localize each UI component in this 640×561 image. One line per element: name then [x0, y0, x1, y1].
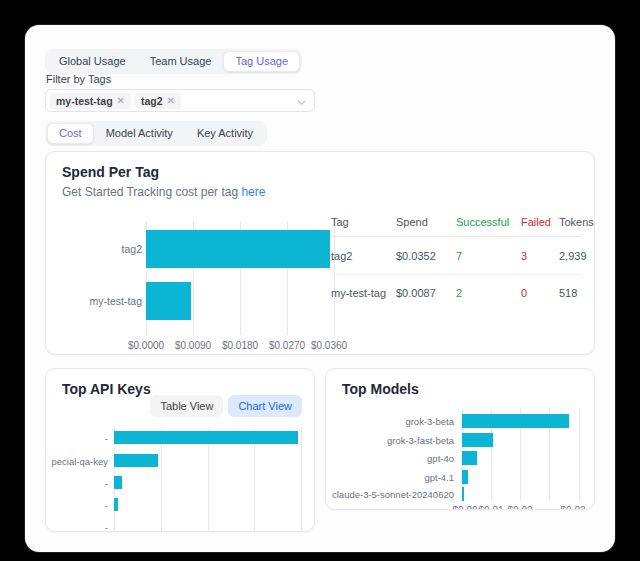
col-header-tokens: Tokens — [559, 216, 594, 228]
top-models-card: Top Models grok-3-beta grok-3-fast-beta … — [325, 368, 595, 510]
col-header-successful: Successful — [456, 216, 521, 228]
table-row: my-test-tag $0.0087 2 0 518 — [331, 274, 581, 311]
cell-tokens: 518 — [559, 287, 581, 299]
bar — [462, 470, 468, 484]
card-title: Top API Keys — [62, 381, 151, 397]
view-toggle: Table View Chart View — [150, 395, 302, 417]
gridline — [301, 427, 302, 532]
selected-tag-pill: my-test-tag ✕ — [50, 93, 131, 109]
selected-tag-label: tag2 — [141, 95, 163, 107]
y-axis-label: my-test-tag — [89, 295, 142, 307]
cell-successful: 7 — [456, 250, 521, 262]
bar-my-test-tag — [146, 282, 191, 320]
col-header-failed: Failed — [521, 216, 559, 228]
spend-per-tag-card: Spend Per Tag Get Started Tracking cost … — [45, 151, 595, 355]
y-axis-label: - — [105, 478, 108, 489]
x-tick-label: $0.02 — [507, 505, 532, 510]
spend-table: Tag Spend Successful Failed Tokens tag2 … — [331, 207, 581, 311]
bar — [462, 487, 464, 501]
y-axis-label: pecial-qa-key — [52, 456, 109, 467]
subtitle-text: Get Started Tracking cost per tag — [62, 185, 238, 199]
y-axis-label: - — [105, 500, 108, 511]
table-row: tag2 $0.0352 7 3 2,939 — [331, 237, 581, 274]
card-title: Top Models — [342, 381, 419, 397]
tab-cost[interactable]: Cost — [47, 123, 94, 144]
selected-tag-pill: tag2 ✕ — [135, 93, 181, 109]
cell-failed: 3 — [521, 250, 559, 262]
chevron-down-icon — [297, 98, 306, 107]
tab-model-activity[interactable]: Model Activity — [94, 123, 185, 144]
tag-filter-select[interactable]: my-test-tag ✕ tag2 ✕ — [45, 89, 315, 112]
tab-global-usage[interactable]: Global Usage — [47, 51, 138, 72]
y-axis-label: gpt-4o — [427, 453, 454, 464]
cell-spend: $0.0352 — [396, 250, 456, 262]
x-tick-label: $0.0000 — [128, 340, 164, 351]
x-tick-label: $0.0180 — [222, 340, 258, 351]
chart-view-button[interactable]: Chart View — [228, 395, 302, 417]
x-tick-label: $0.01 — [478, 505, 503, 510]
bar — [114, 476, 122, 489]
x-tick-label: $0.00 — [452, 505, 477, 510]
filter-by-tags-label: Filter by Tags — [46, 73, 111, 85]
remove-tag-icon[interactable]: ✕ — [117, 95, 125, 107]
bar — [114, 454, 158, 467]
y-axis-label: - — [105, 433, 108, 444]
usage-tabs: Global Usage Team Usage Tag Usage — [45, 49, 302, 74]
y-axis-label: gpt-4.1 — [424, 472, 454, 483]
view-tabs: Cost Model Activity Key Activity — [45, 121, 267, 146]
cell-spend: $0.0087 — [396, 287, 456, 299]
plot-area — [146, 221, 334, 335]
bar — [114, 498, 118, 511]
tab-key-activity[interactable]: Key Activity — [185, 123, 265, 144]
table-view-button[interactable]: Table View — [150, 395, 223, 417]
plot-area — [114, 427, 301, 532]
app-window: Global Usage Team Usage Tag Usage Filter… — [25, 25, 615, 552]
cell-tokens: 2,939 — [559, 250, 587, 262]
tab-tag-usage[interactable]: Tag Usage — [223, 51, 300, 72]
cell-successful: 2 — [456, 287, 521, 299]
bar-tag2 — [146, 230, 330, 268]
bar — [462, 414, 569, 428]
bar — [462, 433, 493, 447]
selected-tag-label: my-test-tag — [56, 95, 113, 107]
card-subtitle: Get Started Tracking cost per tag here — [62, 185, 265, 199]
y-axis-label: claude-3-5-sonnet-20240620 — [332, 489, 454, 500]
y-axis-label: grok-3-beta — [405, 416, 454, 427]
top-api-keys-card: Top API Keys Table View Chart View - pec… — [45, 368, 315, 532]
cell-tag: tag2 — [331, 250, 396, 262]
y-axis-label: tag2 — [122, 243, 142, 255]
table-header-row: Tag Spend Successful Failed Tokens — [331, 207, 581, 237]
cell-failed: 0 — [521, 287, 559, 299]
here-link[interactable]: here — [241, 185, 265, 199]
remove-tag-icon[interactable]: ✕ — [167, 95, 175, 107]
x-tick-label: $0.0090 — [175, 340, 211, 351]
col-header-tag: Tag — [331, 216, 396, 228]
gridline — [579, 409, 580, 501]
x-tick-label: $0.03 — [560, 505, 585, 510]
x-tick-label: $0.0270 — [269, 340, 305, 351]
col-header-spend: Spend — [396, 216, 456, 228]
x-tick-label: $0.0360 — [311, 340, 347, 351]
cell-tag: my-test-tag — [331, 287, 396, 299]
bar — [114, 431, 298, 444]
plot-area — [462, 409, 586, 501]
card-title: Spend Per Tag — [62, 164, 159, 180]
bar — [462, 451, 477, 465]
y-axis-label: grok-3-fast-beta — [387, 435, 454, 446]
tab-team-usage[interactable]: Team Usage — [138, 51, 224, 72]
y-axis-label: - — [105, 522, 108, 533]
